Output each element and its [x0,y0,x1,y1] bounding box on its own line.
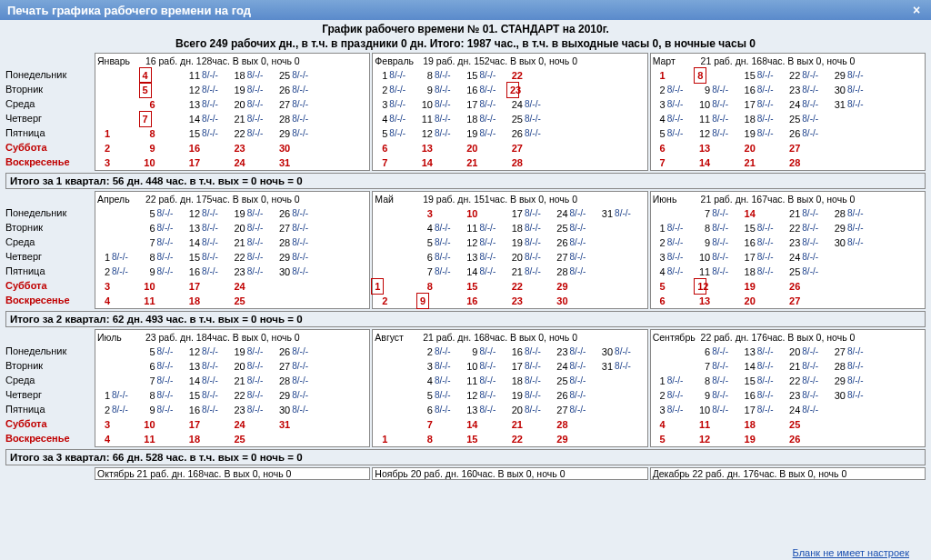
day-cell: 298/-/- [277,388,323,403]
day-cell: 24 [233,155,278,170]
day-cell: 278/-/- [277,221,323,235]
day-label: Четверг [5,249,93,264]
day-cell [600,83,646,97]
day-cell: 6 [653,294,698,308]
day-cell [375,388,420,403]
day-cell: 48/-/- [375,112,420,126]
day-cell: 228/-/- [233,388,278,403]
day-cell: 25 [233,432,278,446]
day-cell [375,265,420,279]
day-cell: 18 [187,432,233,446]
day-cell [556,97,601,112]
day-cell: 7 [143,112,188,126]
footer-link[interactable]: Бланк не имеет настроек [793,547,909,558]
day-cell [97,83,143,97]
day-cell [600,68,646,83]
day-cell [323,141,368,155]
day-label: Понедельник [5,205,93,220]
day-cell: 258/-/- [787,112,833,126]
day-cell: 208/-/- [787,345,833,359]
month-header: Июль 23 раб. дн. 184час. В вых 0, ночь 0 [97,330,367,345]
day-cell: 23 [510,294,556,308]
day-cell: 30 [277,141,323,155]
day-cell: 10 [143,279,188,294]
day-cell: 198/-/- [743,126,788,141]
day-cell [877,359,923,374]
day-cell: 19 [743,432,788,446]
header-line-2: Всего 249 рабочих дн., в т.ч. в праздник… [5,36,926,51]
day-cell: 23 [510,83,556,97]
day-cell: 198/-/- [465,126,510,141]
day-cell: 318/-/- [600,206,646,221]
day-labels: ПонедельникВторникСредаЧетвергПятницаСуб… [5,191,93,309]
day-cell: 38/-/- [653,97,698,112]
month-stub-nov: Ноябрь 20 раб. дн. 160час. В вых 0, ночь… [372,467,647,480]
day-cell: 238/-/- [787,388,833,403]
day-cell [97,345,143,359]
day-label: Четверг [5,111,93,125]
day-cell: 228/-/- [233,250,278,265]
day-cell [877,112,923,126]
month-box: Апрель 22 раб. дн. 175час. В вых 0, ночь… [95,191,370,309]
day-cell [323,432,368,446]
day-cell: 30 [556,294,601,308]
day-cell: 98/-/- [143,403,188,417]
month-header: Март 21 раб. дн. 168час. В вых 0, ночь 0 [653,54,923,68]
day-cell: 98/-/- [420,83,466,97]
day-cell: 22 [510,432,556,446]
day-cell [600,279,646,294]
day-cell [600,112,646,126]
day-cell: 248/-/- [787,250,833,265]
day-cell [833,155,878,170]
month-box: Февраль 19 раб. дн. 152час. В вых 0, ноч… [372,53,647,171]
day-cell: 118/-/- [697,112,743,126]
day-cell: 78/-/- [697,359,743,374]
titlebar: Печать графика рабочего времени на год × [0,0,931,20]
day-cell: 38/-/- [375,97,420,112]
day-cell: 128/-/- [187,345,233,359]
day-cell: 21 [743,155,788,170]
day-cell: 168/-/- [510,345,556,359]
day-cell: 18 [187,294,233,308]
day-cell: 118/-/- [465,221,510,235]
close-icon[interactable]: × [909,3,924,17]
quarter-total: Итого за 2 квартал: 62 дн. 493 час. в т.… [5,311,926,327]
day-cell: 118/-/- [187,68,233,83]
quarter-row: ПонедельникВторникСредаЧетвергПятницаСуб… [5,191,926,309]
day-cell [600,250,646,265]
day-cell: 48/-/- [420,374,466,388]
month-box: Август 21 раб. дн. 168час. В вых 0, ночь… [372,329,647,447]
day-cell: 288/-/- [833,206,878,221]
day-cell: 178/-/- [743,403,788,417]
day-cell: 18/-/- [653,374,698,388]
day-label: Среда [5,235,93,249]
quarter-total: Итого за 3 квартал: 66 дн. 528 час. в т.… [5,449,926,465]
day-cell: 14 [743,206,788,221]
month-box: Июнь 21 раб. дн. 167час. В вых 0, ночь 0… [650,191,926,309]
day-cell: 9 [143,141,188,155]
day-cell [877,345,923,359]
day-cell [833,265,878,279]
day-cell: 68/-/- [697,345,743,359]
quarter-row: ПонедельникВторникСредаЧетвергПятницаСуб… [5,329,926,447]
day-cell [877,126,923,141]
day-cell: 38/-/- [420,359,466,374]
day-cell: 288/-/- [277,112,323,126]
day-cell: 208/-/- [233,359,278,374]
day-labels: ПонедельникВторникСредаЧетвергПятницаСуб… [5,53,93,171]
day-cell: 268/-/- [277,83,323,97]
day-cell: 278/-/- [556,250,601,265]
day-cell: 98/-/- [143,265,188,279]
day-cell: 288/-/- [277,235,323,250]
day-cell: 38/-/- [653,403,698,417]
month-box: Май 19 раб. дн. 151час. В вых 0, ночь 03… [372,191,647,309]
day-cell: 138/-/- [187,359,233,374]
month-header: Июнь 21 раб. дн. 167час. В вых 0, ночь 0 [653,192,923,206]
day-cell: 7 [375,155,420,170]
day-cell: 58/-/- [420,388,466,403]
day-cell: 308/-/- [833,235,878,250]
day-cell: 28 [787,155,833,170]
day-cell: 58/-/- [143,345,188,359]
day-cell: 8 [420,279,466,294]
day-cell: 29 [556,432,601,446]
